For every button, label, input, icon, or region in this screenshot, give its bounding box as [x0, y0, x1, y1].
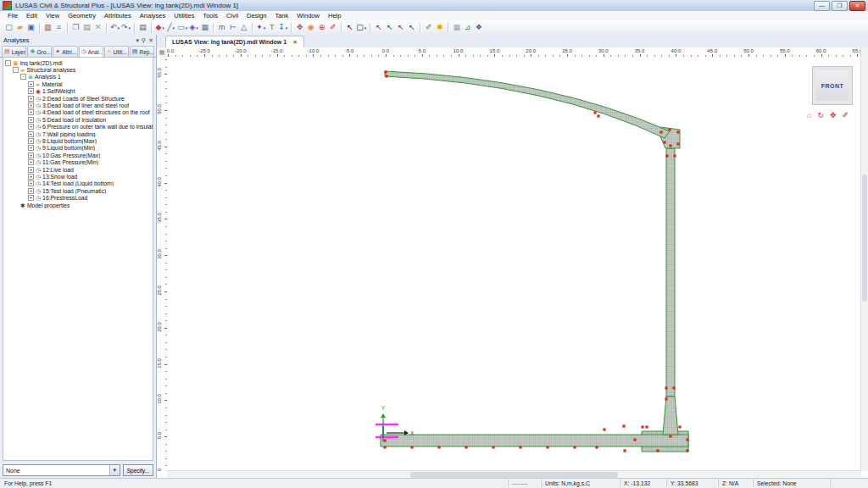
model-node[interactable]: [686, 449, 688, 452]
menu-window[interactable]: Window: [292, 12, 324, 19]
menu-edit[interactable]: Edit: [22, 12, 42, 19]
paste-icon[interactable]: ▤: [81, 22, 92, 33]
dropdown-arrow-icon[interactable]: ▾: [286, 25, 288, 30]
expand-box-icon[interactable]: +: [28, 195, 34, 201]
model-node[interactable]: [678, 425, 681, 428]
model-node[interactable]: [633, 438, 636, 441]
print-icon[interactable]: ▤: [137, 22, 148, 33]
expand-box-icon[interactable]: +: [28, 159, 34, 165]
new-icon[interactable]: ▢: [3, 22, 14, 33]
line-icon[interactable]: ╱▾: [165, 22, 176, 33]
model-report-icon[interactable]: ▥: [42, 22, 53, 33]
tree-item[interactable]: +◷14:Test load (Liquid bottom): [3, 180, 153, 187]
volume-icon[interactable]: ◈▾: [188, 22, 199, 33]
menu-tank[interactable]: Tank: [270, 12, 292, 19]
model-node[interactable]: [593, 111, 596, 114]
select-cursor-icon[interactable]: ↖: [344, 22, 355, 33]
vertical-scrollbar[interactable]: [860, 47, 868, 471]
model-node[interactable]: [676, 142, 679, 145]
model-node[interactable]: [595, 446, 598, 448]
model-node[interactable]: [686, 438, 688, 441]
menu-view[interactable]: View: [42, 12, 64, 19]
tree-item[interactable]: +◷6:Pressure on outer tank wall due to i…: [3, 124, 153, 130]
expand-box-icon[interactable]: +: [28, 152, 34, 158]
model-node[interactable]: [669, 435, 671, 437]
model-node[interactable]: [623, 449, 626, 452]
restore-button[interactable]: ❐: [832, 1, 848, 11]
save-icon[interactable]: ▣: [25, 22, 36, 33]
release-icon[interactable]: ⊕: [316, 22, 327, 33]
tab-close-icon[interactable]: ✕: [292, 39, 298, 46]
model-node[interactable]: [673, 154, 676, 157]
base-slab[interactable]: [381, 435, 688, 446]
menu-design[interactable]: Design: [242, 12, 270, 19]
model-node[interactable]: [465, 446, 467, 448]
select-box-icon[interactable]: ▢▾: [355, 22, 367, 33]
dropdown-arrow-icon[interactable]: ▾: [129, 25, 131, 30]
tree-item[interactable]: +▰Material: [3, 80, 153, 87]
expand-box-icon[interactable]: +: [28, 88, 34, 94]
tree-item[interactable]: +◷9:Liquid bottom(Min): [3, 145, 153, 152]
expand-box-icon[interactable]: +: [28, 174, 34, 180]
collapse-box-icon[interactable]: -: [20, 74, 26, 80]
model-node[interactable]: [665, 397, 667, 400]
expand-box-icon[interactable]: +: [28, 81, 34, 87]
tree-item[interactable]: +◷5:Dead load of Insulation: [3, 116, 153, 123]
dropdown-arrow-icon[interactable]: ▾: [118, 25, 120, 30]
tree-item[interactable]: +◷2:Dead Loads of Steel Structure: [3, 95, 153, 102]
select-volumes-icon[interactable]: ↖: [406, 22, 417, 33]
fix-icon[interactable]: ◉: [305, 22, 316, 33]
menu-tools[interactable]: Tools: [198, 12, 222, 19]
model-node[interactable]: [669, 144, 671, 147]
model-node[interactable]: [645, 425, 648, 428]
tree-item[interactable]: +◷12:Live load: [3, 166, 153, 173]
undo-icon[interactable]: ↶▾: [109, 22, 120, 33]
model-node[interactable]: [597, 114, 599, 117]
tree-item[interactable]: +◷3:Dead load of liner and steel roof: [3, 102, 153, 108]
model-node[interactable]: [641, 425, 643, 428]
model-node[interactable]: [672, 386, 675, 389]
supports-icon[interactable]: ⊢: [227, 22, 238, 33]
tabular-data-icon[interactable]: ≡: [53, 22, 64, 33]
model-node[interactable]: [668, 128, 670, 130]
expand-box-icon[interactable]: +: [28, 138, 34, 144]
redo-icon[interactable]: ↷▾: [120, 22, 131, 33]
dropdown-arrow-icon[interactable]: ▾: [162, 25, 164, 30]
tree-item[interactable]: +◷16:PrestressLoad: [3, 194, 153, 201]
view-rotate-icon[interactable]: ↻: [817, 111, 824, 119]
view-pan-icon[interactable]: ✥: [830, 111, 837, 119]
dropdown-arrow-icon[interactable]: ▾: [173, 25, 175, 30]
view-tab[interactable]: LUSAS View: lng tank(2D).mdl Window 1 ✕: [165, 36, 304, 47]
expand-box-icon[interactable]: +: [28, 180, 34, 186]
model-node[interactable]: [676, 130, 679, 133]
loading-icon[interactable]: ↧▾: [277, 22, 288, 33]
new-window-icon[interactable]: ❖: [473, 22, 484, 33]
dropdown-arrow-icon[interactable]: ▾: [264, 25, 266, 30]
view-home-icon[interactable]: ⌂: [807, 111, 811, 119]
panel-tab-reports[interactable]: ▤Rep...: [130, 46, 154, 57]
transform-icon[interactable]: T: [266, 22, 277, 33]
select-points-icon[interactable]: ↖: [373, 22, 384, 33]
close-panel-icon[interactable]: ✕: [148, 37, 153, 44]
panel-tab-layers[interactable]: ▤Layers: [2, 46, 26, 57]
view-sketch-icon[interactable]: ✐: [843, 111, 849, 119]
model-node[interactable]: [437, 446, 440, 448]
copy-icon[interactable]: ❐: [70, 22, 81, 33]
expand-box-icon[interactable]: +: [28, 188, 34, 194]
dropdown-arrow-icon[interactable]: ▾: [196, 25, 198, 30]
menu-utilities[interactable]: Utilities: [170, 12, 198, 19]
model-node[interactable]: [410, 446, 413, 448]
model-node[interactable]: [519, 446, 521, 448]
model-node[interactable]: [383, 446, 386, 448]
tree-item[interactable]: +◷10:Gas Pressure(Max): [3, 152, 153, 158]
expand-box-icon[interactable]: +: [28, 167, 34, 173]
model-node[interactable]: [384, 70, 387, 73]
model-node[interactable]: [603, 428, 605, 430]
panel-tab-attributes[interactable]: ✦Attri...: [53, 46, 77, 57]
collapse-box-icon[interactable]: -: [13, 67, 19, 73]
menu-help[interactable]: Help: [324, 12, 345, 19]
wall-base-junction[interactable]: [663, 396, 678, 435]
select-surfaces-icon[interactable]: ↖: [395, 22, 406, 33]
roof-shell[interactable]: [385, 71, 670, 138]
model-canvas[interactable]: YX FRONT ⌂↻✥✐: [167, 57, 861, 471]
